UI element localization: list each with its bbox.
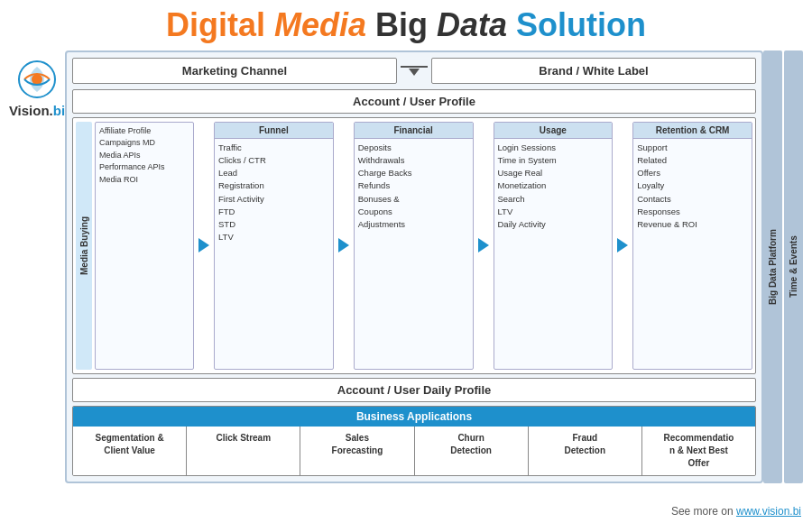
- arrow-right-icon-2: [338, 238, 349, 252]
- arrow-right-icon: [198, 238, 209, 252]
- footer-text: See more on: [671, 505, 736, 518]
- financial-header: Financial: [355, 123, 473, 139]
- list-item: Affiliate Profile: [99, 125, 189, 138]
- visionbi-logo-icon: [17, 60, 57, 99]
- retention-col: Retention & CRM Support Related Offers L…: [632, 122, 752, 370]
- funnel-col: Funnel Traffic Clicks / CTR Lead Registr…: [214, 122, 334, 370]
- list-item: Registration: [218, 179, 329, 192]
- logo-bi: bi: [53, 103, 65, 118]
- list-item: STD: [218, 218, 329, 231]
- list-item: Bonuses &: [358, 193, 469, 206]
- account-user-profile-bar: Account / User Profile: [72, 89, 756, 114]
- title-big: Big: [375, 6, 437, 43]
- title-data: Data: [437, 6, 516, 43]
- usage-header: Usage: [494, 123, 613, 139]
- biz-fraud-detection: FraudDetection: [529, 427, 642, 475]
- list-item: Loyalty: [637, 179, 748, 192]
- big-data-platform-label: Big Data Platform: [763, 50, 782, 483]
- list-item: Media ROI: [99, 174, 189, 187]
- business-items-row: Segmentation &Client Value Click Stream …: [73, 427, 755, 475]
- left-logo-area: Vision.bi: [9, 50, 65, 483]
- list-item: Contacts: [637, 193, 748, 206]
- financial-col: Financial Deposits Withdrawals Charge Ba…: [354, 122, 474, 370]
- top-connector: [401, 66, 428, 76]
- right-labels: Big Data Platform Time & Events: [763, 50, 803, 483]
- list-item: Time in System: [498, 154, 609, 167]
- top-boxes-row: Marketing Channel Brand / White Label: [72, 58, 756, 84]
- biz-recommendation: Recommendation & Next BestOffer: [642, 427, 755, 475]
- usage-items: Login Sessions Time in System Usage Real…: [494, 139, 613, 369]
- marketing-channel-box: Marketing Channel: [72, 58, 397, 84]
- connector-line: [401, 66, 428, 68]
- list-item: Performance APIs: [99, 161, 189, 174]
- biz-churn-detection: ChurnDetection: [415, 427, 529, 475]
- list-item: Coupons: [358, 206, 469, 218]
- svg-point-1: [32, 74, 42, 85]
- list-item: Support: [637, 142, 748, 154]
- funnel-items: Traffic Clicks / CTR Lead Registration F…: [215, 139, 333, 369]
- list-item: Refunds: [358, 179, 469, 192]
- list-item: Traffic: [218, 142, 329, 154]
- time-events-label: Time & Events: [784, 50, 803, 483]
- col-arrow-4: [615, 122, 630, 370]
- main-container: Digital Media Big Data Solution Vision.b…: [0, 0, 812, 523]
- list-item: Offers: [637, 167, 748, 179]
- footer-link[interactable]: www.vision.bi: [736, 505, 801, 518]
- daily-profile-bar: Account / User Daily Profile: [72, 378, 756, 402]
- list-item: Deposits: [358, 142, 469, 154]
- biz-click-stream: Click Stream: [187, 427, 300, 475]
- middle-section: Media Buying Affiliate Profile Campaigns…: [72, 117, 756, 374]
- retention-items: Support Related Offers Loyalty Contacts …: [633, 139, 752, 369]
- financial-items: Deposits Withdrawals Charge Backs Refund…: [355, 139, 473, 369]
- list-item: Lead: [218, 167, 329, 179]
- col-arrow-3: [476, 122, 491, 370]
- list-item: Charge Backs: [358, 167, 469, 179]
- col-arrow-1: [197, 122, 211, 370]
- list-item: Search: [498, 193, 609, 206]
- business-applications-section: Business Applications Segmentation &Clie…: [72, 406, 756, 476]
- center-content: Marketing Channel Brand / White Label Ac…: [65, 50, 763, 483]
- arrow-right-icon-3: [478, 238, 489, 252]
- list-item: FTD: [218, 206, 329, 218]
- list-item: Withdrawals: [358, 154, 469, 167]
- logo-text: Vision.bi: [9, 103, 65, 119]
- biz-sales-forecasting: SalesForecasting: [300, 427, 414, 475]
- affiliate-items: Affiliate Profile Campaigns MD Media API…: [96, 123, 193, 369]
- list-item: Monetization: [498, 179, 609, 192]
- list-item: Media APIs: [99, 150, 189, 162]
- list-item: Revenue & ROI: [637, 218, 748, 231]
- affiliate-col: Affiliate Profile Campaigns MD Media API…: [95, 122, 194, 370]
- list-item: Daily Activity: [498, 218, 609, 231]
- list-item: First Activity: [218, 193, 329, 206]
- list-item: Related: [637, 154, 748, 167]
- footer: See more on www.vision.bi: [671, 505, 801, 518]
- list-item: LTV: [218, 231, 329, 243]
- list-item: LTV: [498, 206, 609, 218]
- col-arrow-2: [337, 122, 351, 370]
- list-item: Adjustments: [358, 218, 469, 231]
- retention-header: Retention & CRM: [633, 123, 752, 139]
- list-item: Clicks / CTR: [218, 154, 329, 167]
- arrow-right-icon-4: [617, 238, 628, 252]
- list-item: Usage Real: [498, 167, 609, 179]
- business-applications-header: Business Applications: [73, 407, 755, 427]
- connector-arrow: [409, 69, 420, 76]
- media-buying-label: Media Buying: [76, 122, 92, 370]
- title-digital: Digital: [166, 6, 274, 43]
- biz-segmentation: Segmentation &Client Value: [73, 427, 187, 475]
- page-title: Digital Media Big Data Solution: [9, 7, 803, 43]
- logo-vision: Vision.: [9, 103, 53, 118]
- list-item: Responses: [637, 206, 748, 218]
- title-solution: Solution: [516, 6, 646, 43]
- usage-col: Usage Login Sessions Time in System Usag…: [494, 122, 614, 370]
- funnel-header: Funnel: [215, 123, 333, 139]
- content-wrapper: Vision.bi Marketing Channel Brand / Whit…: [9, 50, 803, 483]
- title-media: Media: [274, 6, 375, 43]
- list-item: Login Sessions: [498, 142, 609, 154]
- brand-white-label-box: Brand / White Label: [431, 58, 756, 84]
- list-item: Campaigns MD: [99, 137, 189, 150]
